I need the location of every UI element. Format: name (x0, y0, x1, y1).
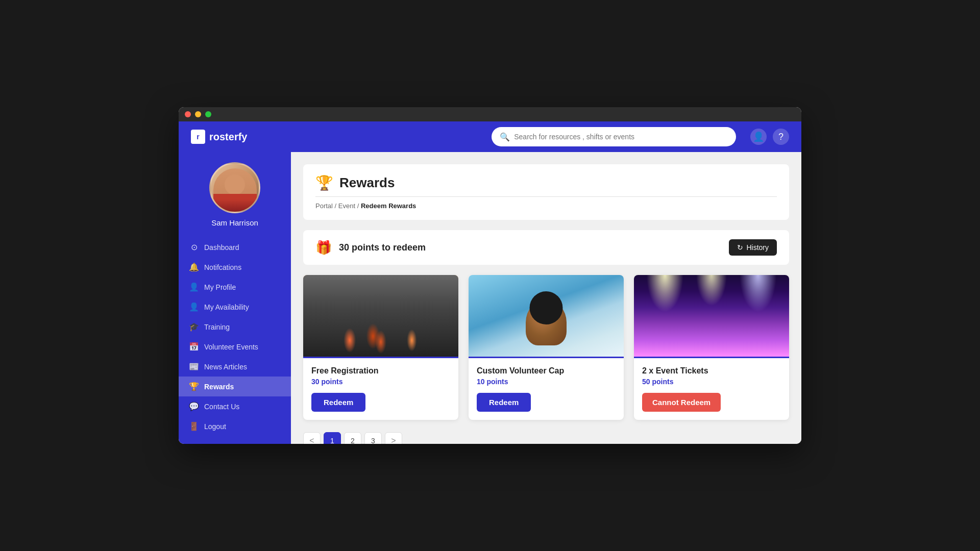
sidebar-item-logout[interactable]: 🚪 Logout (179, 416, 291, 436)
pagination-page-1[interactable]: 1 (324, 432, 341, 444)
profile-icon: 👤 (189, 282, 199, 292)
user-name: Sam Harrison (211, 218, 258, 227)
divider (315, 196, 777, 197)
sidebar-item-label: Logout (204, 422, 226, 431)
cannot-redeem-button[interactable]: Cannot Redeem (642, 393, 721, 412)
sidebar-nav: ⊙ Dashboard 🔔 Notifcations 👤 My Profile … (179, 237, 291, 436)
points-text: 30 points to redeem (339, 242, 426, 253)
card-body: Custom Volunteer Cap 10 points Redeem (469, 357, 624, 420)
breadcrumb-event: Event (338, 202, 355, 210)
calendar-icon: 📅 (189, 342, 199, 352)
sidebar: Sam Harrison ⊙ Dashboard 🔔 Notifcations … (179, 152, 291, 444)
pagination-page-3[interactable]: 3 (364, 432, 382, 444)
pagination-prev[interactable]: < (303, 432, 321, 444)
main-content: 🏆 Rewards Portal / Event / Redeem Reward… (291, 152, 801, 444)
titlebar (179, 107, 801, 121)
trophy-sidebar-icon: 🏆 (189, 382, 199, 391)
page-title: Rewards (339, 175, 395, 191)
card-title: Free Registration (311, 366, 450, 375)
sidebar-item-training[interactable]: 🎓 Training (179, 317, 291, 337)
logout-icon: 🚪 (189, 421, 199, 431)
pagination-page-2[interactable]: 2 (344, 432, 361, 444)
sidebar-item-label: Volunteer Events (204, 343, 258, 351)
sidebar-item-contact-us[interactable]: 💬 Contact Us (179, 396, 291, 416)
training-icon: 🎓 (189, 322, 199, 332)
reward-card-free-registration: Free Registration 30 points Redeem (303, 275, 458, 420)
top-nav: r rosterfy 🔍 👤 ? (179, 121, 801, 152)
sidebar-item-dashboard[interactable]: ⊙ Dashboard (179, 237, 291, 257)
help-icon-btn[interactable]: ? (773, 129, 789, 145)
maximize-btn[interactable] (205, 111, 211, 117)
reward-card-volunteer-cap: Custom Volunteer Cap 10 points Redeem (469, 275, 624, 420)
availability-icon: 👤 (189, 302, 199, 312)
card-image-concert (634, 275, 789, 357)
sidebar-item-label: My Profile (204, 283, 236, 291)
sidebar-item-my-availability[interactable]: 👤 My Availability (179, 297, 291, 317)
avatar-face (213, 168, 257, 212)
logo-text: rosterfy (209, 131, 247, 143)
sidebar-item-label: Notifcations (204, 263, 241, 271)
avatar-shirt (213, 194, 257, 212)
breadcrumb: Portal / Event / Redeem Rewards (315, 202, 777, 210)
search-icon: 🔍 (500, 132, 510, 142)
card-points: 10 points (477, 378, 616, 386)
points-banner: 🎁 30 points to redeem ↻ History (303, 230, 789, 265)
card-points: 50 points (642, 378, 781, 386)
pagination: < 1 2 3 > (303, 432, 789, 444)
news-icon: 📰 (189, 362, 199, 371)
logo-icon: r (191, 130, 205, 144)
app-window: r rosterfy 🔍 👤 ? Sam Harrison (179, 107, 801, 444)
sidebar-item-label: Dashboard (204, 243, 239, 252)
breadcrumb-current: Redeem Rewards (361, 202, 416, 210)
contact-icon: 💬 (189, 402, 199, 411)
sidebar-item-my-profile[interactable]: 👤 My Profile (179, 277, 291, 297)
dashboard-icon: ⊙ (189, 242, 199, 252)
rewards-grid: Free Registration 30 points Redeem Custo… (303, 275, 789, 420)
reward-card-event-tickets: 2 x Event Tickets 50 points Cannot Redee… (634, 275, 789, 420)
search-input[interactable] (514, 133, 728, 141)
close-btn[interactable] (185, 111, 191, 117)
sidebar-item-notifications[interactable]: 🔔 Notifcations (179, 257, 291, 277)
page-title-row: 🏆 Rewards (315, 174, 777, 191)
sidebar-item-volunteer-events[interactable]: 📅 Volunteer Events (179, 337, 291, 357)
redeem-button-volunteer-cap[interactable]: Redeem (477, 393, 531, 412)
card-body: Free Registration 30 points Redeem (303, 357, 458, 420)
nav-icons: 👤 ? (750, 129, 789, 145)
pagination-next[interactable]: > (385, 432, 402, 444)
minimize-btn[interactable] (195, 111, 201, 117)
page-header: 🏆 Rewards Portal / Event / Redeem Reward… (303, 164, 789, 220)
logo[interactable]: r rosterfy (191, 130, 247, 144)
avatar (209, 162, 260, 213)
search-bar: 🔍 (492, 127, 736, 146)
card-image-runners (303, 275, 458, 357)
card-image-cap (469, 275, 624, 357)
card-body: 2 x Event Tickets 50 points Cannot Redee… (634, 357, 789, 420)
card-title: 2 x Event Tickets (642, 366, 781, 375)
bell-icon: 🔔 (189, 262, 199, 272)
sidebar-item-label: Contact Us (204, 403, 239, 411)
history-label: History (746, 243, 769, 252)
gift-icon: 🎁 (315, 240, 332, 256)
user-icon-btn[interactable]: 👤 (750, 129, 767, 145)
sidebar-item-rewards[interactable]: 🏆 Rewards (179, 377, 291, 396)
breadcrumb-portal: Portal (315, 202, 333, 210)
sidebar-item-news-articles[interactable]: 📰 News Articles (179, 357, 291, 377)
sidebar-item-label: News Articles (204, 363, 247, 371)
sidebar-item-label: Training (204, 323, 230, 331)
history-button[interactable]: ↻ History (729, 239, 777, 256)
card-title: Custom Volunteer Cap (477, 366, 616, 375)
sidebar-item-label: My Availability (204, 303, 249, 311)
sidebar-item-label: Rewards (204, 383, 234, 391)
trophy-icon: 🏆 (315, 174, 333, 191)
card-points: 30 points (311, 378, 450, 386)
body: Sam Harrison ⊙ Dashboard 🔔 Notifcations … (179, 152, 801, 444)
redeem-button-free-registration[interactable]: Redeem (311, 393, 365, 412)
refresh-icon: ↻ (737, 243, 743, 252)
points-left: 🎁 30 points to redeem (315, 240, 426, 256)
